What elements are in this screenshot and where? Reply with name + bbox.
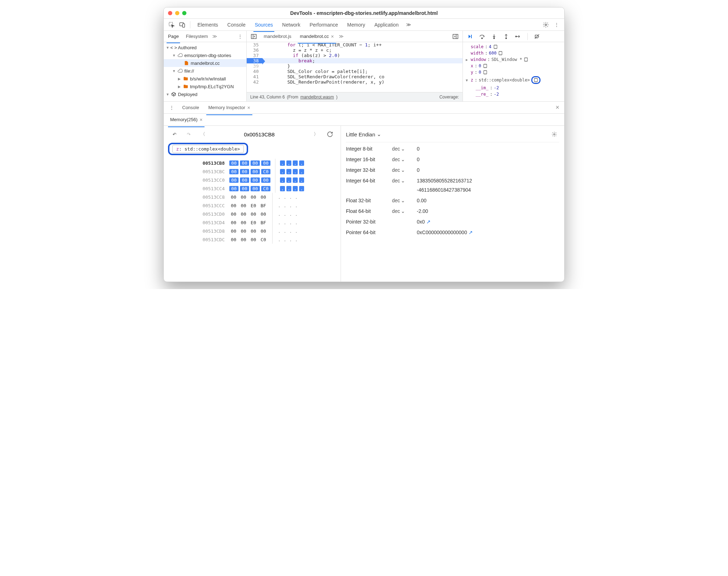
hex-row[interactable]: 00513CD000000000....	[200, 210, 304, 218]
hex-byte[interactable]: 00	[239, 237, 248, 242]
tree-file-scheme[interactable]: ▼ file://	[164, 67, 246, 75]
memory-icon[interactable]	[483, 70, 488, 75]
object-chip[interactable]: z: std::complex<double>	[172, 145, 244, 153]
deactivate-breakpoints-icon[interactable]	[532, 32, 542, 41]
close-tab-icon[interactable]: ×	[247, 105, 250, 111]
hex-byte[interactable]: C0	[261, 169, 270, 174]
hex-row[interactable]: 00513CC4000000C0....	[200, 184, 304, 193]
external-link-icon[interactable]: ↗	[426, 219, 431, 225]
nav-panel-icon[interactable]	[249, 32, 259, 41]
scope-window[interactable]: ▶window: SDL_Window *	[464, 56, 563, 63]
hex-byte[interactable]: 00	[249, 211, 258, 217]
hex-byte[interactable]: 00	[259, 228, 268, 234]
scope-x[interactable]: x: 0	[464, 63, 563, 69]
hex-byte[interactable]: E0	[249, 203, 258, 208]
scope-z-re[interactable]: __re_: -2	[464, 91, 563, 97]
tab-sources[interactable]: Sources	[251, 20, 277, 30]
hex-byte[interactable]: 00	[229, 220, 238, 225]
hex-row[interactable]: 00513CB800000000....	[200, 159, 304, 167]
tree-file-mandelbrot[interactable]: mandelbrot.cc	[164, 59, 246, 67]
hex-byte[interactable]: 00	[240, 177, 249, 183]
device-toolbar-icon[interactable]	[177, 20, 187, 30]
wasm-link[interactable]: mandelbrot.wasm	[300, 95, 334, 100]
hex-byte[interactable]: 00	[251, 177, 260, 183]
tab-performance[interactable]: Performance	[305, 20, 342, 30]
resume-icon[interactable]	[465, 32, 475, 41]
scope-z-im[interactable]: __im_: -2	[464, 85, 563, 91]
sidebar-tab-filesystem[interactable]: Filesystem	[183, 32, 211, 41]
drawer-tab-console[interactable]: Console	[179, 103, 203, 112]
scope-width[interactable]: width: 600	[464, 50, 563, 56]
hex-byte[interactable]: 00	[239, 220, 248, 225]
settings-icon[interactable]	[549, 129, 559, 139]
step-icon[interactable]	[513, 32, 523, 41]
step-out-icon[interactable]	[501, 32, 511, 41]
more-tabs-icon[interactable]: ≫	[339, 34, 344, 39]
hex-byte[interactable]: 00	[229, 237, 238, 242]
redo-icon[interactable]: ↷	[184, 129, 194, 139]
hex-row[interactable]: 00513CD800000000....	[200, 227, 304, 235]
step-into-icon[interactable]	[489, 32, 499, 41]
hex-byte[interactable]: BF	[259, 220, 268, 225]
settings-icon[interactable]	[541, 20, 551, 30]
fmt-select[interactable]: dec ⌄	[392, 157, 413, 162]
hex-row[interactable]: 00513CC000000000....	[200, 176, 304, 184]
hex-row[interactable]: 00513CCC0000E0BF....	[200, 201, 304, 210]
hex-byte[interactable]: 00	[229, 186, 239, 191]
scope-z[interactable]: ▼z: std::complex<double>	[464, 75, 563, 85]
hex-byte[interactable]: 00	[239, 211, 248, 217]
hex-row[interactable]: 00513CC800000000....	[200, 193, 304, 201]
hex-byte[interactable]: 00	[240, 160, 249, 166]
prev-page-icon[interactable]: 〈	[198, 129, 208, 139]
memory-icon[interactable]	[483, 63, 488, 68]
endian-selector[interactable]: Little Endian ⌄	[346, 131, 381, 137]
tab-memory[interactable]: Memory	[343, 20, 370, 30]
external-link-icon[interactable]: ↗	[469, 230, 473, 235]
kebab-menu-icon[interactable]: ⋮	[167, 103, 177, 113]
hex-byte[interactable]: C0	[261, 186, 270, 191]
next-page-icon[interactable]: 〉	[311, 129, 321, 139]
fmt-select[interactable]: dec ⌄	[392, 178, 413, 183]
hex-byte[interactable]: 00	[229, 203, 238, 208]
hex-byte[interactable]: 00	[239, 228, 248, 234]
hex-byte[interactable]: 00	[259, 194, 268, 200]
drawer-tab-memory-inspector[interactable]: Memory Inspector ×	[205, 103, 254, 113]
tree-folder-1[interactable]: ▶ b/s/w/ir/x/w/install	[164, 75, 246, 83]
hex-byte[interactable]: 00	[249, 237, 258, 242]
fmt-select[interactable]: dec ⌄	[392, 167, 413, 173]
hex-byte[interactable]: 00	[229, 211, 238, 217]
kebab-menu-icon[interactable]: ⋮	[235, 32, 245, 41]
hex-byte[interactable]: 00	[261, 177, 270, 183]
hex-row[interactable]: 00513CDC000000C0....	[200, 235, 304, 244]
tab-elements[interactable]: Elements	[193, 20, 222, 30]
hex-byte[interactable]: 00	[249, 194, 258, 200]
tab-network[interactable]: Network	[278, 20, 304, 30]
fmt-select[interactable]: dec ⌄	[392, 208, 413, 214]
hex-byte[interactable]: 00	[259, 211, 268, 217]
close-drawer-icon[interactable]: ×	[555, 104, 559, 111]
tree-deployed[interactable]: ▼ Deployed	[164, 90, 246, 98]
hex-byte[interactable]: E0	[249, 220, 258, 225]
sidebar-tab-page[interactable]: Page	[165, 32, 181, 41]
hex-byte[interactable]: 00	[239, 203, 248, 208]
memory-icon[interactable]	[533, 78, 538, 83]
code-tab-js[interactable]: mandelbrot.js	[260, 32, 295, 41]
fmt-select[interactable]: dec ⌄	[392, 198, 413, 203]
hex-byte[interactable]: C0	[259, 237, 268, 242]
memory-icon[interactable]	[493, 44, 498, 49]
hex-byte[interactable]: 00	[251, 160, 260, 166]
hex-byte[interactable]: 00	[229, 160, 239, 166]
hex-byte[interactable]: 00	[229, 169, 239, 174]
hex-byte[interactable]: 00	[229, 177, 239, 183]
hex-byte[interactable]: 00	[249, 228, 258, 234]
hex-byte[interactable]: 00	[251, 186, 260, 191]
hex-row[interactable]: 00513CD40000E0BF....	[200, 218, 304, 227]
close-tab-icon[interactable]: ×	[200, 117, 202, 123]
undo-icon[interactable]: ↶	[169, 129, 179, 139]
more-tabs-icon[interactable]: ≫	[404, 20, 414, 30]
hex-byte[interactable]: 00	[240, 169, 249, 174]
hex-byte[interactable]: 00	[261, 160, 270, 166]
hex-byte[interactable]: BF	[259, 203, 268, 208]
tab-console[interactable]: Console	[223, 20, 250, 30]
memory-icon[interactable]	[498, 51, 503, 56]
